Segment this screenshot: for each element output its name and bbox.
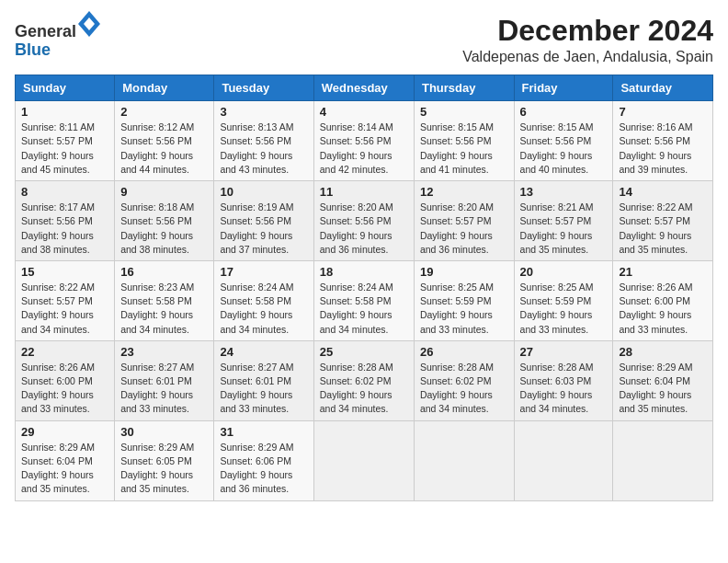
weekday-header-thursday: Thursday [414, 75, 514, 101]
weekday-header-monday: Monday [115, 75, 214, 101]
day-number: 8 [21, 185, 108, 199]
weekday-header-row: SundayMondayTuesdayWednesdayThursdayFrid… [16, 75, 713, 101]
calendar-cell [313, 420, 414, 500]
calendar-cell: 22Sunrise: 8:26 AMSunset: 6:00 PMDayligh… [16, 340, 115, 420]
calendar-cell: 10Sunrise: 8:19 AMSunset: 5:56 PMDayligh… [214, 181, 313, 261]
day-number: 21 [619, 265, 707, 279]
logo-text: General Blue [15, 15, 100, 60]
day-number: 13 [520, 185, 608, 199]
calendar-cell: 30Sunrise: 8:29 AMSunset: 6:05 PMDayligh… [115, 420, 214, 500]
day-number: 17 [220, 265, 307, 279]
day-info: Sunrise: 8:24 AMSunset: 5:58 PMDaylight:… [320, 281, 408, 337]
calendar-cell: 24Sunrise: 8:27 AMSunset: 6:01 PMDayligh… [214, 340, 313, 420]
day-info: Sunrise: 8:24 AMSunset: 5:58 PMDaylight:… [220, 281, 307, 337]
day-number: 6 [520, 105, 608, 119]
day-info: Sunrise: 8:28 AMSunset: 6:03 PMDaylight:… [520, 361, 608, 417]
weekday-header-wednesday: Wednesday [313, 75, 414, 101]
location-subtitle: Valdepenas de Jaen, Andalusia, Spain [462, 49, 713, 65]
calendar-cell: 29Sunrise: 8:29 AMSunset: 6:04 PMDayligh… [16, 420, 115, 500]
day-number: 31 [220, 425, 307, 439]
day-number: 18 [320, 265, 408, 279]
calendar-cell: 19Sunrise: 8:25 AMSunset: 5:59 PMDayligh… [414, 260, 514, 340]
weekday-header-saturday: Saturday [613, 75, 713, 101]
day-info: Sunrise: 8:22 AMSunset: 5:57 PMDaylight:… [21, 281, 108, 337]
day-number: 12 [420, 185, 508, 199]
day-number: 5 [420, 105, 508, 119]
day-info: Sunrise: 8:20 AMSunset: 5:56 PMDaylight:… [320, 201, 408, 257]
calendar-cell: 11Sunrise: 8:20 AMSunset: 5:56 PMDayligh… [313, 181, 414, 261]
weekday-header-tuesday: Tuesday [214, 75, 313, 101]
day-number: 20 [520, 265, 608, 279]
day-info: Sunrise: 8:27 AMSunset: 6:01 PMDaylight:… [120, 361, 208, 417]
day-info: Sunrise: 8:25 AMSunset: 5:59 PMDaylight:… [520, 281, 608, 337]
day-info: Sunrise: 8:29 AMSunset: 6:05 PMDaylight:… [120, 441, 208, 497]
day-info: Sunrise: 8:11 AMSunset: 5:57 PMDaylight:… [21, 121, 108, 177]
calendar-cell: 28Sunrise: 8:29 AMSunset: 6:04 PMDayligh… [613, 340, 713, 420]
calendar-cell: 1Sunrise: 8:11 AMSunset: 5:57 PMDaylight… [16, 101, 115, 181]
day-info: Sunrise: 8:21 AMSunset: 5:57 PMDaylight:… [520, 201, 608, 257]
day-number: 4 [320, 105, 408, 119]
calendar-cell: 12Sunrise: 8:20 AMSunset: 5:57 PMDayligh… [414, 181, 514, 261]
day-info: Sunrise: 8:18 AMSunset: 5:56 PMDaylight:… [120, 201, 208, 257]
day-number: 19 [420, 265, 508, 279]
day-info: Sunrise: 8:29 AMSunset: 6:06 PMDaylight:… [220, 441, 307, 497]
day-info: Sunrise: 8:26 AMSunset: 6:00 PMDaylight:… [619, 281, 707, 337]
logo-blue: Blue [15, 40, 51, 59]
calendar-cell: 26Sunrise: 8:28 AMSunset: 6:02 PMDayligh… [414, 340, 514, 420]
day-number: 26 [420, 345, 508, 359]
calendar-cell: 7Sunrise: 8:16 AMSunset: 5:56 PMDaylight… [613, 101, 713, 181]
title-block: December 2024 Valdepenas de Jaen, Andalu… [462, 15, 713, 65]
calendar-table: SundayMondayTuesdayWednesdayThursdayFrid… [15, 75, 713, 500]
calendar-cell: 6Sunrise: 8:15 AMSunset: 5:56 PMDaylight… [514, 101, 613, 181]
day-number: 7 [619, 105, 707, 119]
day-info: Sunrise: 8:17 AMSunset: 5:56 PMDaylight:… [21, 201, 108, 257]
calendar-cell [613, 420, 713, 500]
day-number: 27 [520, 345, 608, 359]
calendar-cell: 9Sunrise: 8:18 AMSunset: 5:56 PMDaylight… [115, 181, 214, 261]
day-info: Sunrise: 8:29 AMSunset: 6:04 PMDaylight:… [619, 361, 707, 417]
calendar-cell: 25Sunrise: 8:28 AMSunset: 6:02 PMDayligh… [313, 340, 414, 420]
calendar-header: SundayMondayTuesdayWednesdayThursdayFrid… [16, 75, 713, 101]
day-info: Sunrise: 8:12 AMSunset: 5:56 PMDaylight:… [120, 121, 208, 177]
calendar-cell: 23Sunrise: 8:27 AMSunset: 6:01 PMDayligh… [115, 340, 214, 420]
day-number: 14 [619, 185, 707, 199]
day-info: Sunrise: 8:28 AMSunset: 6:02 PMDaylight:… [320, 361, 408, 417]
day-info: Sunrise: 8:27 AMSunset: 6:01 PMDaylight:… [220, 361, 307, 417]
weekday-header-friday: Friday [514, 75, 613, 101]
day-info: Sunrise: 8:16 AMSunset: 5:56 PMDaylight:… [619, 121, 707, 177]
calendar-cell: 3Sunrise: 8:13 AMSunset: 5:56 PMDaylight… [214, 101, 313, 181]
day-info: Sunrise: 8:14 AMSunset: 5:56 PMDaylight:… [320, 121, 408, 177]
calendar-week-row: 8Sunrise: 8:17 AMSunset: 5:56 PMDaylight… [16, 181, 713, 261]
day-number: 2 [120, 105, 208, 119]
day-info: Sunrise: 8:25 AMSunset: 5:59 PMDaylight:… [420, 281, 508, 337]
day-info: Sunrise: 8:20 AMSunset: 5:57 PMDaylight:… [420, 201, 508, 257]
day-number: 23 [120, 345, 208, 359]
page-header: General Blue December 2024 Valdepenas de… [15, 15, 713, 65]
calendar-cell: 8Sunrise: 8:17 AMSunset: 5:56 PMDaylight… [16, 181, 115, 261]
calendar-week-row: 22Sunrise: 8:26 AMSunset: 6:00 PMDayligh… [16, 340, 713, 420]
calendar-cell: 14Sunrise: 8:22 AMSunset: 5:57 PMDayligh… [613, 181, 713, 261]
day-number: 16 [120, 265, 208, 279]
calendar-cell [414, 420, 514, 500]
calendar-cell: 5Sunrise: 8:15 AMSunset: 5:56 PMDaylight… [414, 101, 514, 181]
day-number: 24 [220, 345, 307, 359]
calendar-cell [514, 420, 613, 500]
calendar-cell: 15Sunrise: 8:22 AMSunset: 5:57 PMDayligh… [16, 260, 115, 340]
calendar-week-row: 15Sunrise: 8:22 AMSunset: 5:57 PMDayligh… [16, 260, 713, 340]
calendar-week-row: 1Sunrise: 8:11 AMSunset: 5:57 PMDaylight… [16, 101, 713, 181]
day-number: 25 [320, 345, 408, 359]
day-number: 9 [120, 185, 208, 199]
calendar-week-row: 29Sunrise: 8:29 AMSunset: 6:04 PMDayligh… [16, 420, 713, 500]
calendar-cell: 2Sunrise: 8:12 AMSunset: 5:56 PMDaylight… [115, 101, 214, 181]
calendar-cell: 16Sunrise: 8:23 AMSunset: 5:58 PMDayligh… [115, 260, 214, 340]
day-info: Sunrise: 8:22 AMSunset: 5:57 PMDaylight:… [619, 201, 707, 257]
calendar-cell: 20Sunrise: 8:25 AMSunset: 5:59 PMDayligh… [514, 260, 613, 340]
day-info: Sunrise: 8:13 AMSunset: 5:56 PMDaylight:… [220, 121, 307, 177]
day-info: Sunrise: 8:23 AMSunset: 5:58 PMDaylight:… [120, 281, 208, 337]
calendar-cell: 31Sunrise: 8:29 AMSunset: 6:06 PMDayligh… [214, 420, 313, 500]
logo-general: General [15, 22, 76, 40]
day-number: 3 [220, 105, 307, 119]
day-info: Sunrise: 8:15 AMSunset: 5:56 PMDaylight:… [420, 121, 508, 177]
calendar-cell: 17Sunrise: 8:24 AMSunset: 5:58 PMDayligh… [214, 260, 313, 340]
logo: General Blue [15, 15, 100, 60]
